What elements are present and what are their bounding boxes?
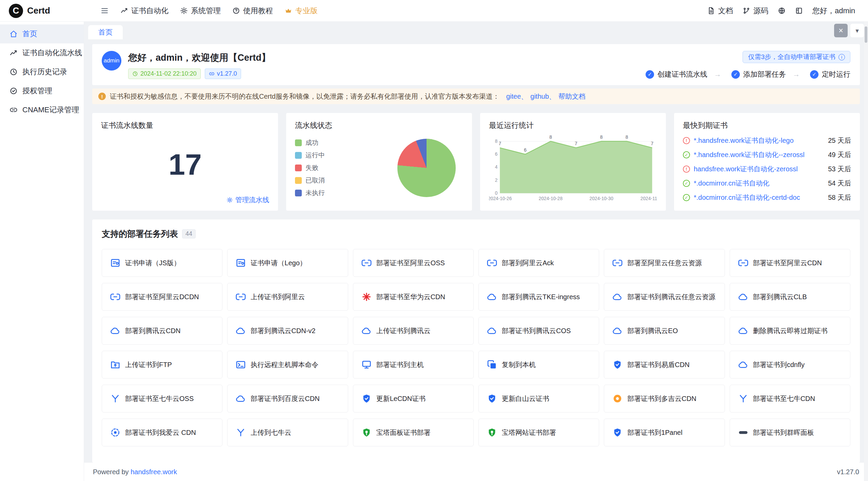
close-tabs-button[interactable]: × (834, 24, 848, 37)
manage-pipelines-link[interactable]: 管理流水线 (226, 195, 269, 205)
tab-home[interactable]: 首页 (88, 25, 123, 39)
task-label: 执行远程主机脚本命令 (251, 360, 318, 369)
onboarding-step[interactable]: 定时运行 (786, 70, 850, 79)
task-card[interactable]: 部署证书到腾讯云任意云资源 (604, 283, 725, 311)
topbar-nav-item[interactable]: 证书自动化 (115, 0, 174, 22)
cert-name-link[interactable]: *.docmirror.cn证书自动化-certd-doc (694, 193, 824, 202)
topbar-nav-item[interactable]: 系统管理 (174, 0, 226, 22)
sidebar-collapse-button[interactable] (97, 0, 112, 22)
task-label: 删除腾讯云即将过期证书 (753, 326, 828, 335)
task-card[interactable]: 部署证书至阿里云DCDN (102, 283, 222, 311)
task-card[interactable]: 宝塔面板证书部署 (353, 419, 474, 446)
topbar-right-item[interactable] (773, 0, 790, 22)
sidebar-item[interactable]: 执行历史记录 (0, 62, 84, 81)
cert-status-icon (683, 151, 690, 158)
task-label: 部署到阿里云Ack (502, 258, 554, 268)
huawei-icon (361, 292, 372, 302)
task-card[interactable]: 部署证书到易盾CDN (604, 351, 725, 379)
task-card[interactable]: 部署证书到主机 (353, 351, 474, 379)
task-label: 部署证书到腾讯云COS (502, 326, 571, 335)
legend-swatch (295, 177, 302, 184)
copy-icon (487, 360, 497, 370)
task-card[interactable]: 证书申请（JS版） (102, 249, 222, 277)
legend-item[interactable]: 成功 (295, 138, 325, 147)
task-label: 更新LeCDN证书 (376, 394, 426, 403)
circle-icon (612, 393, 623, 404)
topbar-right-item[interactable] (790, 0, 808, 22)
task-card[interactable]: 部署到阿里云Ack (478, 249, 599, 277)
legend-item[interactable]: 未执行 (295, 189, 325, 197)
scrollbar-track[interactable] (864, 22, 868, 481)
onboarding-step[interactable]: 创建证书流水线 (646, 70, 707, 79)
task-card[interactable]: 上传证书到FTP (102, 351, 222, 379)
task-card[interactable]: 部署证书到百度云CDN (227, 385, 348, 412)
task-card[interactable]: 部署到腾讯云EO (604, 317, 725, 345)
task-card[interactable]: 执行远程主机脚本命令 (227, 351, 348, 379)
folder-icon (110, 360, 120, 370)
legend-item[interactable]: 运行中 (295, 151, 325, 160)
home-icon (9, 30, 18, 38)
qiniu-icon (738, 393, 748, 404)
task-card[interactable]: 部署证书到腾讯云COS (478, 317, 599, 345)
task-card[interactable]: 证书申请（Lego） (227, 249, 348, 277)
sidebar-item[interactable]: CNAME记录管理 (0, 100, 84, 119)
task-card[interactable]: 部署证书至阿里云OSS (353, 249, 474, 277)
task-card[interactable]: 部署证书至阿里云CDN (730, 249, 850, 277)
task-card[interactable]: 上传证书到阿里云 (227, 283, 348, 311)
vip-icon (284, 7, 292, 15)
topbar-nav-item[interactable]: 使用教程 (226, 0, 279, 22)
cert-name-link[interactable]: *.handsfree.work证书自动化--zerossl (694, 150, 824, 159)
powered-by-link[interactable]: handsfree.work (131, 468, 177, 476)
task-card[interactable]: 部署到腾讯云CDN-v2 (227, 317, 348, 345)
topbar-right-item[interactable]: 文档 (703, 0, 738, 22)
task-card[interactable]: 复制到本机 (478, 351, 599, 379)
shield-icon (612, 360, 623, 370)
cert-name-link[interactable]: handsfree.work证书自动化-zerossl (694, 165, 824, 174)
task-card[interactable]: 部署证书到群晖面板 (730, 419, 850, 446)
task-card[interactable]: 部署到腾讯云CDN (102, 317, 222, 345)
topbar-right-item[interactable]: 源码 (738, 0, 773, 22)
task-card[interactable]: 部署证书至七牛CDN (730, 385, 850, 412)
legend-item[interactable]: 已取消 (295, 176, 325, 185)
task-card[interactable]: 更新白山云证书 (478, 385, 599, 412)
sidebar-item[interactable]: 首页 (0, 24, 84, 43)
task-card[interactable]: 上传证书到腾讯云 (353, 317, 474, 345)
topbar-right-item[interactable]: 您好，admin (808, 0, 860, 22)
sidebar-item[interactable]: 授权管理 (0, 81, 84, 100)
task-label: 部署证书至阿里云OSS (376, 258, 445, 268)
task-card[interactable]: 更新LeCDN证书 (353, 385, 474, 412)
task-card[interactable]: 部署至阿里云任意云资源 (604, 249, 725, 277)
task-card[interactable]: 部署证书到1Panel (604, 419, 725, 446)
task-card[interactable]: 部署证书到cdnfly (730, 351, 850, 379)
cert-name-link[interactable]: *.docmirror.cn证书自动化 (694, 179, 824, 188)
tabs-dropdown-button[interactable]: ▾ (850, 24, 864, 37)
task-card[interactable]: 上传到七牛云 (227, 419, 348, 446)
scrollbar-thumb[interactable] (865, 26, 867, 43)
task-card[interactable]: 部署证书到我爱云 CDN (102, 419, 222, 446)
onboarding-step[interactable]: 添加部署任务 (707, 70, 786, 79)
topbar-nav-item[interactable]: 专业版 (279, 0, 323, 22)
task-card[interactable]: 部署证书到多吉云CDN (604, 385, 725, 412)
guide-button[interactable]: 仅需3步，全自动申请部署证书 (743, 51, 850, 63)
task-card[interactable]: 部署证书至七牛云OSS (102, 385, 222, 412)
task-label: 更新白山云证书 (502, 394, 549, 403)
shield-icon (361, 393, 372, 404)
notice-link[interactable]: github、 (530, 92, 556, 101)
task-card[interactable]: 宝塔网站证书部署 (478, 419, 599, 446)
legend-item[interactable]: 失败 (295, 163, 325, 172)
cert-name-link[interactable]: *.handsfree.work证书自动化-lego (694, 136, 824, 145)
task-card[interactable]: 部署到腾讯云TKE-ingress (478, 283, 599, 311)
sidebar-item[interactable]: 证书自动化流水线 (0, 43, 84, 62)
card-title: 证书流水线数量 (101, 120, 269, 131)
task-card[interactable]: 部署到腾讯云CLB (730, 283, 850, 311)
task-card[interactable]: 删除腾讯云即将过期证书 (730, 317, 850, 345)
svg-text:7: 7 (575, 141, 577, 146)
task-label: 证书申请（JS版） (125, 258, 180, 268)
notice-link[interactable]: 帮助文档 (558, 92, 586, 101)
task-card[interactable]: 部署证书至华为云CDN (353, 283, 474, 311)
svg-text:8: 8 (626, 135, 628, 140)
layout-icon (795, 7, 803, 15)
cert-status-icon (683, 194, 690, 201)
btshield-icon (361, 427, 372, 438)
notice-link[interactable]: gitee、 (506, 92, 528, 101)
